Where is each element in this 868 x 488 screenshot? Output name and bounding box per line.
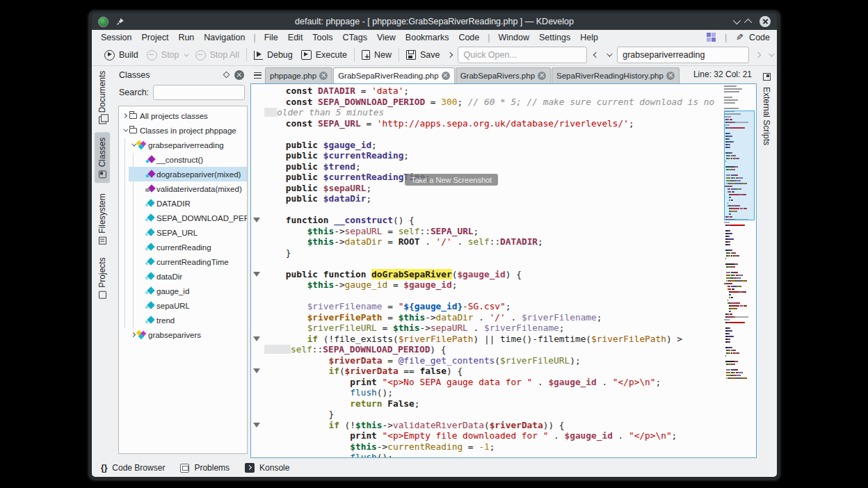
toolbar-overflow-chevron[interactable] (444, 53, 456, 57)
tree-item-sepa-url[interactable]: SEPA_URL (119, 225, 247, 240)
code-line[interactable]: public $gauge_id; (264, 140, 723, 151)
code-line[interactable] (264, 129, 723, 140)
code-line[interactable]: const SEPA_DOWNLOAD_PERIOD = 300; // 60 … (264, 97, 723, 108)
tree-item-sepa-download-period[interactable]: SEPA_DOWNLOAD_PERIOD (119, 211, 247, 225)
menu-ctags[interactable]: CTags (338, 31, 372, 44)
doc-tab-separiverreadinghistory-php[interactable]: SepaRiverReadingHistory.php (552, 67, 680, 83)
tab-list-icon[interactable] (254, 72, 262, 79)
quick-open-input[interactable]: Quick Open... (458, 47, 587, 63)
code-line[interactable]: public $dataDir; (264, 193, 723, 204)
code-line[interactable] (264, 291, 723, 302)
menu-edit[interactable]: Edit (283, 31, 308, 44)
tree-item-trend[interactable]: trend (119, 313, 247, 327)
menu-session[interactable]: Session (96, 31, 136, 44)
code-area-button[interactable]: Code (749, 33, 770, 42)
minimap-viewport[interactable] (724, 111, 755, 220)
fold-marker-icon[interactable] (253, 423, 260, 428)
code-line[interactable]: $this->sepaURL = self::SEPA_URL; (264, 226, 723, 237)
stop-all-button[interactable]: Stop All (191, 48, 243, 63)
menu-run[interactable]: Run (173, 31, 199, 44)
menu-help[interactable]: Help (575, 31, 603, 44)
menu-window[interactable]: Window (494, 31, 534, 44)
code-line[interactable]: self::SEPA_DOWNLOAD_PERIOD) { (264, 344, 723, 355)
statusbar-code-browser[interactable]: {}Code Browser (101, 463, 165, 473)
fold-marker-icon[interactable] (253, 368, 260, 373)
tree-item-dograbsepariver-mixed-[interactable]: dograbsepariver(mixed) (119, 167, 247, 181)
code-line[interactable]: return False; (264, 398, 723, 409)
menu-file[interactable]: File (259, 31, 283, 44)
sidebar-tab-classes[interactable]: Classes (92, 130, 112, 186)
tab-close-icon[interactable] (666, 72, 675, 80)
area-switcher-icon[interactable] (707, 33, 716, 42)
code-line[interactable]: if (!$this->validateRiverData($riverData… (264, 420, 723, 431)
search-dropdown-button[interactable] (764, 53, 777, 57)
tab-close-icon[interactable] (442, 72, 450, 80)
tree-item-grabsepariverreading[interactable]: grabsepariverreading (119, 138, 247, 152)
maximize-button[interactable] (744, 19, 752, 26)
doc-tab-grabsepariverreading-php[interactable]: GrabSepaRiverReading.php (333, 67, 454, 83)
debug-button[interactable]: Debug (250, 48, 297, 62)
fold-marker-icon[interactable] (253, 272, 260, 277)
menu-bookmarks[interactable]: Bookmarks (401, 31, 454, 44)
code-line[interactable]: flush(); (264, 387, 723, 398)
code-line[interactable]: public $currentReading; (264, 150, 723, 161)
menu-project[interactable]: Project (136, 31, 173, 44)
new-button[interactable]: New (357, 48, 396, 62)
fold-marker-icon[interactable] (253, 336, 260, 341)
code-line[interactable]: print "<p>No SEPA gauge data for " . $ga… (264, 377, 723, 388)
tree-item-gauge-id[interactable]: gauge_id (119, 284, 247, 298)
doc-tab-phppage-php[interactable]: phppage.php (265, 67, 332, 83)
tree-item-sepaurl[interactable]: sepaURL (119, 298, 247, 313)
stop-button[interactable]: Stop (143, 48, 191, 63)
code-line[interactable] (264, 204, 723, 215)
code-line[interactable]: older than 5 minutes (264, 107, 723, 118)
tree-item-validateriverdata-mixed-[interactable]: validateriverdata(mixed) (119, 181, 247, 196)
tab-close-icon[interactable] (538, 72, 546, 80)
code-pane[interactable]: const DATADIR = 'data'; const SEPA_DOWNL… (264, 86, 723, 457)
menu-view[interactable]: View (372, 31, 401, 44)
search-prev-button[interactable] (590, 53, 602, 57)
menu-navigation[interactable]: Navigation (199, 31, 250, 44)
tree-item-currentreading[interactable]: currentReading (119, 240, 247, 254)
tree-item-currentreadingtime[interactable]: currentReadingTime (119, 254, 247, 269)
code-line[interactable]: public function doGrabSepaRiver($gauge_i… (264, 269, 723, 280)
code-line[interactable]: $riverFilePath = $this->dataDir . '/' . … (264, 312, 723, 323)
doc-tab-grabseparivers-php[interactable]: GrabSepaRivers.php (456, 67, 551, 83)
sidebar-tab-filesystem[interactable]: Filesystem (92, 188, 112, 250)
tree-item-classes-in-project-phppage[interactable]: Classes in project phppage (119, 123, 247, 138)
code-line[interactable]: if (!file_exists($riverFilePath) || time… (264, 334, 723, 345)
code-line[interactable]: print "<p>Empty file downloaded for " . … (264, 430, 723, 441)
tree-item-grabseparivers[interactable]: grabseparivers (119, 327, 247, 342)
code-line[interactable]: $riverFilename = "${gauge_id}-SG.csv"; (264, 301, 723, 312)
code-line[interactable]: const SEPA_URL = 'http://apps.sepa.org.u… (264, 118, 723, 129)
search-next-button[interactable] (752, 53, 764, 57)
save-button[interactable]: Save (402, 48, 444, 62)
fold-marker-icon[interactable] (253, 218, 260, 222)
execute-button[interactable]: Execute (297, 48, 351, 62)
code-line[interactable]: function __construct() { (264, 215, 723, 226)
code-line[interactable]: $this->gauge_id = $gauge_id; (264, 279, 723, 291)
tree-item-datadir[interactable]: DATADIR (119, 196, 247, 211)
classes-search-input[interactable] (153, 85, 245, 100)
minimize-button[interactable] (733, 17, 741, 24)
titlebar[interactable]: default: phppage - [ phppage:GrabSepaRiv… (92, 13, 777, 30)
tree-item-datadir[interactable]: dataDir (119, 269, 247, 284)
code-line[interactable]: if($riverData == false) { (264, 366, 723, 377)
code-line[interactable]: const DATADIR = 'data'; (264, 86, 723, 97)
code-line[interactable]: } (264, 247, 723, 259)
code-line[interactable]: public $trend; (264, 161, 723, 172)
menu-tools[interactable]: Tools (307, 31, 337, 44)
code-line[interactable]: $this->currentReading = -1; (264, 441, 723, 453)
fold-gutter[interactable] (251, 84, 263, 457)
toolbar-search-input[interactable]: grabsepariverreading (617, 47, 749, 63)
code-line[interactable]: $riverFileURL = $this->sepaURL . $riverF… (264, 323, 723, 334)
code-line[interactable]: } (264, 409, 723, 420)
menu-settings[interactable]: Settings (534, 31, 575, 44)
tab-close-icon[interactable] (319, 72, 328, 80)
classes-tree[interactable]: All projects classesClasses in project p… (118, 106, 248, 454)
close-button[interactable] (760, 16, 771, 27)
minimap[interactable] (724, 86, 755, 456)
build-button[interactable]: Build (100, 48, 143, 63)
sidebar-tab-projects[interactable]: Projects (92, 252, 112, 304)
code-editor[interactable]: const DATADIR = 'data'; const SEPA_DOWNL… (250, 83, 757, 458)
